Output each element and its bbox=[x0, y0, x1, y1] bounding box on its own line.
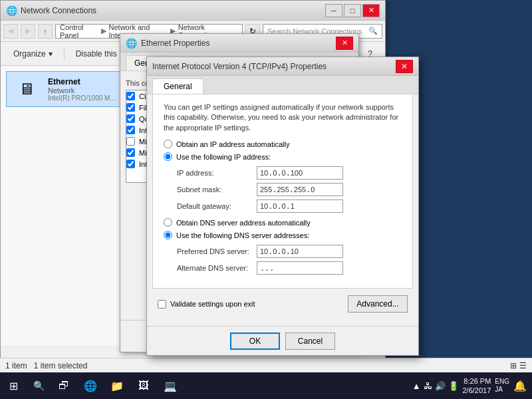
obtain-ip-radio-row: Obtain an IP address automatically bbox=[164, 140, 402, 148]
nc-close-button[interactable]: ✕ bbox=[362, 4, 380, 17]
ip-oct3: 0 bbox=[282, 169, 286, 177]
clock-time: 8:26 PM bbox=[463, 376, 491, 386]
advanced-button[interactable]: Advanced... bbox=[348, 295, 408, 313]
pdns-oct2: 0 bbox=[273, 247, 277, 255]
use-dns-radio[interactable] bbox=[164, 231, 172, 239]
ip-oct2: 0 bbox=[273, 169, 277, 177]
alternate-dns-input[interactable]: . . . bbox=[257, 261, 343, 275]
tray-network-icon[interactable]: 🖧 bbox=[424, 381, 432, 391]
organize-dropdown-icon: ▾ bbox=[49, 49, 53, 59]
taskbar-icon-paint[interactable]: 🖼 bbox=[130, 372, 157, 399]
breadcrumb-control-panel[interactable]: Control Panel bbox=[60, 23, 98, 39]
ipv4-buttons: OK Cancel bbox=[147, 326, 418, 355]
use-dns-label: Use the following DNS server addresses: bbox=[176, 231, 310, 239]
ep-titlebar: 🌐 Ethernet Properties ✕ bbox=[120, 34, 358, 53]
adapter-desc: Intel(R) PRO/1000 M... bbox=[48, 94, 116, 102]
item-checkbox-4[interactable] bbox=[126, 137, 135, 146]
ipv4-content: You can get IP settings assigned automat… bbox=[152, 94, 413, 289]
ep-window-icon: 🌐 bbox=[126, 38, 137, 49]
item-checkbox-3[interactable] bbox=[126, 126, 135, 134]
taskbar: ⊞ 🔍 🗗 🌐 📁 🖼 💻 ▲ 🖧 🔊 🔋 8:26 PM 2/6/2017 E… bbox=[0, 372, 532, 399]
ip-address-row: IP address: 10 . 0 . 0 . 100 bbox=[177, 166, 402, 180]
tray-battery-icon[interactable]: 🔋 bbox=[448, 381, 459, 391]
gateway-row: Default gateway: 10 . 0 . 0 . 1 bbox=[177, 200, 402, 213]
locale-label: JA bbox=[495, 386, 509, 394]
taskbar-icon-cmd[interactable]: 💻 bbox=[157, 372, 184, 399]
tray-volume-icon[interactable]: 🔊 bbox=[435, 381, 446, 391]
statusbar-right: ⊞ ☰ bbox=[510, 361, 527, 370]
clock-date: 2/6/2017 bbox=[463, 386, 491, 395]
ip-address-input[interactable]: 10 . 0 . 0 . 100 bbox=[257, 166, 343, 180]
nc-window-icon: 🌐 bbox=[6, 5, 17, 16]
back-button[interactable]: ◀ bbox=[3, 24, 18, 39]
subnet-oct3: 255 bbox=[294, 186, 306, 194]
pdns-oct4: 10 bbox=[291, 247, 299, 255]
up-button[interactable]: ↑ bbox=[38, 24, 53, 39]
obtain-dns-label: Obtain DNS server address automatically bbox=[176, 219, 311, 227]
obtain-dns-radio[interactable] bbox=[164, 218, 172, 227]
ipv4-title: Internet Protocol Version 4 (TCP/IPv4) P… bbox=[152, 62, 396, 71]
clock[interactable]: 8:26 PM 2/6/2017 bbox=[463, 376, 491, 396]
obtain-dns-radio-row: Obtain DNS server address automatically bbox=[164, 218, 402, 227]
taskbar-icon-ie[interactable]: 🌐 bbox=[77, 372, 104, 399]
gw-oct2: 0 bbox=[273, 202, 277, 210]
ipv4-description: You can get IP settings assigned automat… bbox=[164, 102, 402, 133]
view-icon-2[interactable]: ☰ bbox=[519, 361, 527, 370]
nc-minimize-button[interactable]: ─ bbox=[325, 4, 342, 17]
gateway-input[interactable]: 10 . 0 . 0 . 1 bbox=[257, 200, 343, 213]
start-button[interactable]: ⊞ bbox=[0, 372, 27, 399]
item-checkbox-0[interactable] bbox=[126, 92, 135, 100]
subnet-oct4: 0 bbox=[311, 186, 315, 194]
item-checkbox-5[interactable] bbox=[126, 148, 135, 157]
ethernet-adapter[interactable]: 🖥 Ethernet Network Intel(R) PRO/1000 M..… bbox=[6, 71, 128, 107]
use-ip-radio-row: Use the following IP address: bbox=[164, 152, 402, 161]
alternate-dns-row: Alternate DNS server: . . . bbox=[177, 261, 402, 275]
obtain-ip-label: Obtain an IP address automatically bbox=[176, 140, 289, 148]
pdns-oct3: 0 bbox=[282, 247, 286, 255]
item-checkbox-1[interactable] bbox=[126, 103, 135, 112]
organize-button[interactable]: Organize ▾ bbox=[6, 45, 60, 63]
nc-window-title: Network Connections bbox=[21, 6, 325, 15]
ep-close-button[interactable]: ✕ bbox=[336, 37, 353, 50]
disable-button[interactable]: Disable this bbox=[68, 45, 124, 63]
use-ip-label: Use the following IP address: bbox=[176, 153, 271, 161]
ip-oct1: 10 bbox=[260, 169, 268, 177]
subnet-label: Subnet mask: bbox=[177, 186, 257, 194]
pdns-oct1: 10 bbox=[260, 247, 268, 255]
language-indicator[interactable]: ENG JA bbox=[495, 378, 509, 394]
ep-titlebar-controls: ✕ bbox=[336, 37, 353, 50]
alternate-dns-label: Alternate DNS server: bbox=[177, 264, 257, 272]
item-checkbox-2[interactable] bbox=[126, 114, 135, 123]
validate-checkbox[interactable] bbox=[158, 300, 166, 309]
nc-sidebar: 🖥 Ethernet Network Intel(R) PRO/1000 M..… bbox=[1, 66, 134, 345]
use-dns-radio-row: Use the following DNS server addresses: bbox=[164, 231, 402, 239]
forward-button[interactable]: ▶ bbox=[21, 24, 35, 39]
ipv4-ok-button[interactable]: OK bbox=[230, 332, 280, 350]
validate-row: Validate settings upon exit Advanced... bbox=[158, 295, 408, 313]
ipv4-cancel-button[interactable]: Cancel bbox=[285, 332, 335, 350]
notification-icon[interactable]: 🔔 bbox=[513, 380, 527, 392]
tray-arrow[interactable]: ▲ bbox=[412, 381, 421, 391]
subnet-oct2: 255 bbox=[277, 186, 289, 194]
obtain-ip-radio[interactable] bbox=[164, 140, 172, 148]
dns-fields-section: Preferred DNS server: 10 . 0 . 0 . 10 Al… bbox=[177, 245, 402, 275]
subnet-input[interactable]: 255 . 255 . 255 . 0 bbox=[257, 183, 343, 196]
preferred-dns-input[interactable]: 10 . 0 . 0 . 10 bbox=[257, 245, 343, 258]
statusbar: 1 item 1 item selected ⊞ ☰ bbox=[0, 358, 532, 372]
taskbar-icon-explorer[interactable]: 📁 bbox=[104, 372, 130, 399]
taskbar-icon-task-view[interactable]: 🗗 bbox=[51, 372, 77, 399]
ipv4-properties-dialog: Internet Protocol Version 4 (TCP/IPv4) P… bbox=[146, 57, 419, 356]
lang-label: ENG bbox=[495, 378, 509, 386]
taskbar-search-icon[interactable]: 🔍 bbox=[27, 372, 51, 399]
system-tray-icons: ▲ 🖧 🔊 🔋 bbox=[412, 381, 459, 391]
ipv4-tab-general[interactable]: General bbox=[152, 78, 203, 94]
preferred-dns-row: Preferred DNS server: 10 . 0 . 0 . 10 bbox=[177, 245, 402, 258]
item-checkbox-6[interactable] bbox=[126, 160, 135, 168]
use-ip-radio[interactable] bbox=[164, 152, 172, 161]
ipv4-tabs: General bbox=[147, 76, 418, 94]
nc-maximize-button[interactable]: □ bbox=[344, 4, 361, 17]
gw-oct1: 10 bbox=[260, 202, 268, 210]
ipv4-close-button[interactable]: ✕ bbox=[396, 60, 413, 73]
adapter-type: Network bbox=[48, 86, 116, 94]
view-icon-1[interactable]: ⊞ bbox=[510, 361, 517, 370]
